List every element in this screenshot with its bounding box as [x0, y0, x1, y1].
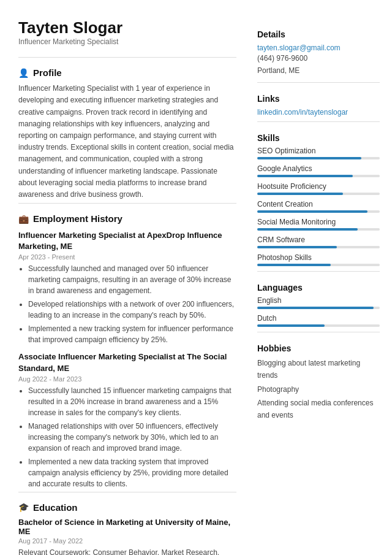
- job-item: Associate Influencer Marketing Specialis…: [18, 351, 236, 489]
- skill-label: Photoshop Skills: [257, 253, 380, 262]
- languages-title: Languages: [257, 283, 380, 293]
- job-date-1: Apr 2023 - Present: [18, 253, 236, 261]
- linkedin-link[interactable]: linkedin.com/in/taytenslogar: [257, 108, 348, 117]
- skill-item: Content Creation: [257, 200, 380, 213]
- skill-item: Google Analytics: [257, 164, 380, 177]
- language-item: English: [257, 296, 380, 309]
- skill-bar-fill: [257, 157, 361, 159]
- edu-text: Relevant Coursework: Consumer Behavior, …: [18, 547, 236, 555]
- skill-item: CRM Software: [257, 235, 380, 248]
- profile-title: Profile: [33, 67, 62, 78]
- lang-bar-fill: [257, 307, 374, 309]
- hobby-item: Blogging about latest marketing trends: [257, 357, 380, 382]
- skill-bar-fill: [257, 210, 368, 213]
- bullet: Developed relationships with a network o…: [28, 299, 236, 321]
- education-icon: 🎓: [18, 502, 29, 512]
- hobbies-section: Hobbies Blogging about latest marketing …: [257, 332, 380, 422]
- skill-label: SEO Optimization: [257, 147, 380, 155]
- profile-text: Influencer Marketing Specialist with 1 y…: [18, 83, 236, 201]
- profile-icon: 👤: [18, 68, 29, 78]
- links-title: Links: [257, 94, 380, 104]
- language-label: English: [257, 296, 380, 305]
- lang-bar-bg: [257, 324, 380, 327]
- details-title: Details: [257, 29, 380, 39]
- skill-bar-bg: [257, 210, 380, 213]
- skill-bar-fill: [257, 264, 331, 266]
- job-title-1: Influencer Marketing Specialist at ApexD…: [18, 230, 236, 252]
- skill-bar-fill: [257, 193, 343, 195]
- job-bullets-2: Successfully launched 15 influencer mark…: [18, 385, 236, 489]
- hobby-item: Photography: [257, 383, 380, 396]
- skill-bar-fill: [257, 175, 353, 177]
- skill-bar-fill: [257, 246, 337, 248]
- skill-label: Hootsuite Proficiency: [257, 182, 380, 191]
- email-link[interactable]: tayten.slogar@gmail.com: [257, 44, 341, 52]
- hobby-item: Attending social media conferences and e…: [257, 397, 380, 422]
- skills-title: Skills: [257, 133, 380, 143]
- skill-item: Social Media Monitoring: [257, 218, 380, 231]
- skill-bar-bg: [257, 193, 380, 195]
- edu-date: Aug 2017 - May 2022: [18, 537, 236, 545]
- lang-bar-fill: [257, 324, 325, 327]
- details-section: Details tayten.slogar@gmail.com (464) 97…: [257, 29, 380, 77]
- name: Tayten Slogar: [18, 18, 236, 37]
- links-section: Links linkedin.com/in/taytenslogar: [257, 82, 380, 117]
- skill-bar-bg: [257, 228, 380, 231]
- skills-section: Skills SEO Optimization Google Analytics…: [257, 121, 380, 266]
- employment-icon: 💼: [18, 214, 29, 224]
- bullet: Implemented a new tracking system for in…: [28, 323, 236, 345]
- skill-bar-bg: [257, 264, 380, 266]
- bullet: Implemented a new data tracking system t…: [28, 456, 236, 489]
- job-item: Influencer Marketing Specialist at ApexD…: [18, 230, 236, 345]
- bullet: Successfully launched and managed over 5…: [28, 263, 236, 296]
- language-label: Dutch: [257, 314, 380, 323]
- skill-item: Photoshop Skills: [257, 253, 380, 266]
- bullet: Successfully launched 15 influencer mark…: [28, 385, 236, 418]
- skill-label: Content Creation: [257, 200, 380, 209]
- skill-item: Hootsuite Proficiency: [257, 182, 380, 195]
- employment-section: 💼 Employment History Influencer Marketin…: [18, 203, 236, 489]
- hobbies-title: Hobbies: [257, 343, 380, 353]
- skill-label: CRM Software: [257, 235, 380, 244]
- skill-label: Google Analytics: [257, 164, 380, 173]
- job-title-2: Associate Influencer Marketing Specialis…: [18, 351, 236, 373]
- skill-bar-bg: [257, 157, 380, 159]
- skill-bar-bg: [257, 175, 380, 177]
- education-title: Education: [33, 502, 78, 513]
- lang-bar-bg: [257, 307, 380, 309]
- languages-section: Languages English Dutch: [257, 271, 380, 327]
- bullet: Managed relationships with over 50 influ…: [28, 421, 236, 454]
- job-bullets-1: Successfully launched and managed over 5…: [18, 263, 236, 345]
- skill-item: SEO Optimization: [257, 147, 380, 159]
- skill-bar-bg: [257, 246, 380, 248]
- language-item: Dutch: [257, 314, 380, 327]
- job-title: Influencer Marketing Specialist: [18, 37, 236, 46]
- profile-section: 👤 Profile Influencer Marketing Specialis…: [18, 57, 236, 201]
- skill-label: Social Media Monitoring: [257, 218, 380, 226]
- education-section: 🎓 Education Bachelor of Science in Marke…: [18, 492, 236, 555]
- phone: (464) 976-9600: [257, 54, 307, 63]
- job-date-2: Aug 2022 - Mar 2023: [18, 375, 236, 383]
- edu-degree: Bachelor of Science in Marketing at Univ…: [18, 518, 236, 536]
- location: Portland, ME: [257, 66, 300, 75]
- skill-bar-fill: [257, 228, 358, 231]
- employment-title: Employment History: [33, 213, 123, 224]
